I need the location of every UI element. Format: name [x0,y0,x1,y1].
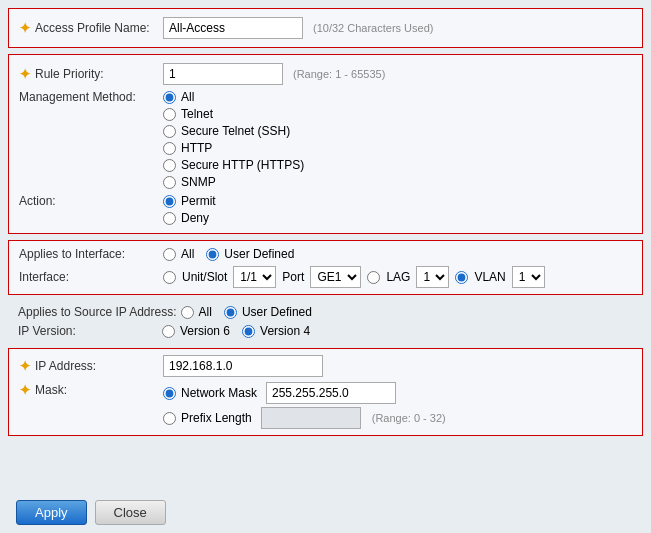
vlan-select[interactable]: 1 [512,266,545,288]
management-method-label: Management Method: [19,90,159,104]
interface-user-defined[interactable]: User Defined [206,247,294,261]
radio-vlan[interactable] [455,271,468,284]
interface-detail-row: Unit/Slot 1/1 Port GE1 LAG 1 VLAN 1 [163,266,545,288]
main-container: ✦ Access Profile Name: (10/32 Characters… [0,0,651,533]
interface-all[interactable]: All [163,247,194,261]
source-ip-plain-section: Applies to Source IP Address: All User D… [8,301,643,342]
rule-section: ✦ Rule Priority: (Range: 1 - 65535) Mana… [8,54,643,234]
ip-address-label: ✦ IP Address: [19,358,159,374]
management-snmp[interactable]: SNMP [163,175,304,189]
radio-version4[interactable] [242,325,255,338]
action-permit[interactable]: Permit [163,194,216,208]
mask-group: Network Mask Prefix Length (Range: 0 - 3… [163,382,446,429]
access-profile-hint: (10/32 Characters Used) [313,22,433,34]
source-all[interactable]: All [181,305,212,319]
radio-mgmt-snmp[interactable] [163,176,176,189]
source-user-defined[interactable]: User Defined [224,305,312,319]
prefix-length-input[interactable] [261,407,361,429]
ip-version-group: Version 6 Version 4 [162,324,310,338]
unit-slot-select[interactable]: 1/1 [233,266,276,288]
rule-priority-input[interactable] [163,63,283,85]
management-telnet[interactable]: Telnet [163,107,304,121]
source-options-group: All User Defined [181,305,312,319]
radio-unit-slot[interactable] [163,271,176,284]
lag-select[interactable]: 1 [416,266,449,288]
action-group: Permit Deny [163,194,216,225]
interface-section: Applies to Interface: All User Defined I… [8,240,643,295]
rule-priority-label: ✦ Rule Priority: [19,66,159,82]
apply-button[interactable]: Apply [16,500,87,525]
radio-lag[interactable] [367,271,380,284]
management-all[interactable]: All [163,90,304,104]
radio-deny[interactable] [163,212,176,225]
interface-label: Interface: [19,270,159,284]
close-button[interactable]: Close [95,500,166,525]
radio-src-all[interactable] [181,306,194,319]
access-profile-name-label: ✦ Access Profile Name: [19,20,159,36]
action-label: Action: [19,194,159,208]
rule-priority-hint: (Range: 1 - 65535) [293,68,385,80]
prefix-hint: (Range: 0 - 32) [372,412,446,424]
management-ssh[interactable]: Secure Telnet (SSH) [163,124,304,138]
footer: Apply Close [8,494,643,525]
radio-src-userdefined[interactable] [224,306,237,319]
radio-iface-userdefined[interactable] [206,248,219,261]
prefix-length-row[interactable]: Prefix Length (Range: 0 - 32) [163,407,446,429]
radio-network-mask[interactable] [163,387,176,400]
management-https[interactable]: Secure HTTP (HTTPS) [163,158,304,172]
ip-address-section: ✦ IP Address: ✦ Mask: Network Mask Prefi… [8,348,643,436]
access-profile-name-input[interactable] [163,17,303,39]
radio-mgmt-telnet[interactable] [163,108,176,121]
management-method-group: All Telnet Secure Telnet (SSH) HTTP Secu… [163,90,304,189]
interface-options-group: All User Defined [163,247,294,261]
action-deny[interactable]: Deny [163,211,216,225]
required-icon-1: ✦ [19,20,31,36]
required-icon-3: ✦ [19,358,31,374]
network-mask-row[interactable]: Network Mask [163,382,446,404]
ip-version-label: IP Version: [18,324,158,338]
network-mask-input[interactable] [266,382,396,404]
required-icon-2: ✦ [19,66,31,82]
access-profile-section: ✦ Access Profile Name: (10/32 Characters… [8,8,643,48]
radio-version6[interactable] [162,325,175,338]
port-select[interactable]: GE1 [310,266,361,288]
radio-mgmt-ssh[interactable] [163,125,176,138]
ip-address-input[interactable] [163,355,323,377]
radio-permit[interactable] [163,195,176,208]
radio-prefix-length[interactable] [163,412,176,425]
ip-version-4[interactable]: Version 4 [242,324,310,338]
required-icon-4: ✦ [19,382,31,398]
radio-mgmt-http[interactable] [163,142,176,155]
applies-interface-label: Applies to Interface: [19,247,159,261]
radio-mgmt-https[interactable] [163,159,176,172]
radio-mgmt-all[interactable] [163,91,176,104]
applies-source-label: Applies to Source IP Address: [18,305,177,319]
management-http[interactable]: HTTP [163,141,304,155]
radio-iface-all[interactable] [163,248,176,261]
mask-label: ✦ Mask: [19,382,159,398]
ip-version-6[interactable]: Version 6 [162,324,230,338]
